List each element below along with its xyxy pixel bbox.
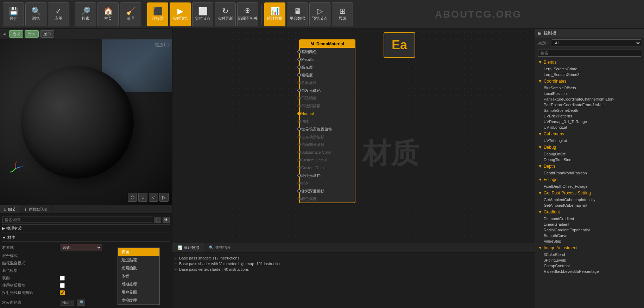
cubemaps-header[interactable]: ▼ Cubemaps xyxy=(535,130,644,138)
right-section-coordinates: ▼ Coordinates BlurSampleOffsets LocalPos… xyxy=(535,77,644,130)
toolbar-realtime-update-label: 实时更新 xyxy=(217,16,233,21)
toolbar-realtime-preview[interactable]: ▶ 实时预览 xyxy=(170,2,191,26)
domain-select-wrapper: 表面 延迟贴花 光照函数 体积 后期处理 用户界面 虚拟纹理 表面 延迟贴花 xyxy=(60,244,102,251)
pin-world-disp-dot xyxy=(297,135,301,139)
right-item-debug-1[interactable]: DebugTimeSine xyxy=(535,157,644,162)
category-select[interactable]: All xyxy=(552,39,641,46)
postprocess-header[interactable]: ▼ Get Post Process Setting xyxy=(535,189,644,197)
ea-node[interactable]: Ea xyxy=(384,32,415,58)
section-physical-material[interactable]: ▶ 物理材质 xyxy=(2,225,170,232)
dropdown-item-surface[interactable]: 表面 xyxy=(118,248,159,256)
subsurface-search-btn[interactable]: 🔎 xyxy=(77,300,85,306)
foliage-header[interactable]: ▼ Foliage xyxy=(535,176,644,184)
right-item-coord-5[interactable]: UVBrickPatterns xyxy=(535,113,644,119)
dropdown-item-postprocess[interactable]: 后期处理 xyxy=(118,280,159,288)
right-item-ia-2[interactable]: CheapContrast xyxy=(535,263,644,269)
node-editor[interactable]: 材质 Ea M_DemoMaterial 基础颜色 Metallic xyxy=(172,29,535,243)
props-search-input[interactable] xyxy=(2,217,153,223)
props-grid-btn[interactable]: ⊞ xyxy=(154,217,161,223)
toolbar-separator-1 xyxy=(72,4,72,25)
toolbar-clean[interactable]: 🧹 清理 xyxy=(120,2,141,26)
dropdown-overlay: 表面 延迟贴花 光照函数 体积 后期处理 用户界面 虚拟纹理 xyxy=(118,248,160,305)
viewport-ctrl-4[interactable]: ▷ xyxy=(159,193,169,202)
right-item-coord-4[interactable]: SampleSceneDepth xyxy=(535,108,644,113)
dropdown-item-lightfunc[interactable]: 光照函数 xyxy=(118,264,159,272)
right-item-coord-6[interactable]: UVRemap_0-1_ToRange xyxy=(535,119,644,124)
subsurface-value: None xyxy=(60,300,74,306)
debug-header[interactable]: ▼ Debug xyxy=(535,143,644,151)
viewport-lighting-btn[interactable]: 光照 xyxy=(25,30,39,38)
material-node[interactable]: M_DemoMaterial 基础颜色 Metallic 高光度 粗糙度 xyxy=(299,39,355,203)
right-item-ia-3[interactable]: RaiseBlackLevelsBuPercentage xyxy=(535,269,644,274)
toolbar-platform[interactable]: 🖥 平台数据 xyxy=(287,2,308,26)
dropdown-item-decal[interactable]: 延迟贴花 xyxy=(118,256,159,264)
right-item-depth-0[interactable]: DepthFromWorldPosition xyxy=(535,170,644,176)
toolbar-preview-node[interactable]: ▷ 预览节点 xyxy=(309,2,330,26)
cast-raytracing-checkbox[interactable] xyxy=(60,290,65,295)
right-item-lerp2[interactable]: Lerp_ScratchGrime2 xyxy=(535,72,644,77)
toolbar-hide-unrelated[interactable]: 👁 隐藏不相关 xyxy=(237,2,258,26)
pin-roughness: 粗糙度 xyxy=(300,71,355,79)
right-item-grad-0[interactable]: DiamondGradient xyxy=(535,216,644,222)
toolbar-save[interactable]: 💾 保存 xyxy=(3,2,24,26)
right-item-pp-0[interactable]: GetAmbientCubemapIntensity xyxy=(535,197,644,203)
tab-detail[interactable]: ℹ 细节 xyxy=(0,205,20,213)
toolbar-hierarchy[interactable]: ⊞ 层级 xyxy=(332,2,353,26)
gradient-header[interactable]: ▼ Gradient xyxy=(535,208,644,216)
toolbar-browse[interactable]: 🔍 浏览 xyxy=(25,2,46,26)
right-item-grad-1[interactable]: LinearGradient xyxy=(535,222,644,227)
dropdown-item-ui[interactable]: 用户界面 xyxy=(118,288,159,296)
right-item-grad-4[interactable]: ValueStep xyxy=(535,238,644,244)
right-item-coord-7[interactable]: UVToLongLat xyxy=(535,124,644,130)
viewport-ctrl-2[interactable]: ○ xyxy=(138,193,147,202)
toolbar-stats[interactable]: 📊 统计数据 xyxy=(264,2,285,26)
right-item-grad-2[interactable]: RadialGradientExponential xyxy=(535,227,644,233)
viewport-ctrl-1[interactable]: ⬡ xyxy=(128,193,137,202)
right-item-debug-0[interactable]: DebugOnOff xyxy=(535,151,644,157)
stats-tab-findresults[interactable]: 🔍 查找结果 xyxy=(204,243,236,252)
viewport-display-btn[interactable]: 显示 xyxy=(40,30,54,38)
pin-normal-dot xyxy=(297,112,301,115)
toolbar-connect[interactable]: ⬛ 连接器 xyxy=(147,2,168,26)
tab-params[interactable]: ℹ 参数默认值 xyxy=(20,205,52,213)
toolbar-apply[interactable]: ✓ 应用 xyxy=(48,2,69,26)
right-item-ia-0[interactable]: 3ColorBlend xyxy=(535,252,644,257)
main-toolbar: 💾 保存 🔍 浏览 ✓ 应用 🔎 搜索 🏠 主页 🧹 清理 ⬛ 连接器 ▶ 实时… xyxy=(0,0,644,29)
domain-select[interactable]: 表面 延迟贴花 光照函数 体积 后期处理 用户界面 虚拟纹理 xyxy=(60,244,102,251)
imageadj-header[interactable]: ▼ Image Adjustment xyxy=(535,244,644,252)
toolbar-hierarchy-label: 层级 xyxy=(339,16,346,21)
dropdown-item-volume[interactable]: 体积 xyxy=(118,272,159,280)
stats-content: • Base pass shader: 117 instructions • B… xyxy=(172,252,535,308)
section-material[interactable]: ▼ 材质 xyxy=(2,234,170,242)
props-eye-btn[interactable]: 👁 xyxy=(163,217,170,223)
depth-header[interactable]: ▼ Depth xyxy=(535,162,644,170)
dropdown-item-virtual[interactable]: 虚拟纹理 xyxy=(118,296,159,304)
viewport-perspective-btn[interactable]: 透视 xyxy=(9,30,23,38)
stats-tab-statistics[interactable]: 📊 统计数据 xyxy=(172,243,204,252)
right-item-ia-1[interactable]: 3PointLevels xyxy=(535,257,644,263)
right-item-grad-3[interactable]: SmoothCurve xyxy=(535,233,644,238)
toolbar-home[interactable]: 🏠 主页 xyxy=(97,2,119,26)
toolbar-realtime-update[interactable]: ↻ 实时更新 xyxy=(215,2,236,26)
right-search-input[interactable] xyxy=(538,50,641,57)
right-item-pp-1[interactable]: GetAmbientCubemapTint xyxy=(535,203,644,208)
right-item-coord-2[interactable]: PanTextureCoordinateChannelfrom-1ton- xyxy=(535,96,644,102)
right-section-blends: ▼ Blends Lerp_ScratchGrime Lerp_ScratchG… xyxy=(535,58,644,77)
blends-header[interactable]: ▼ Blends xyxy=(535,58,644,66)
double-sided-checkbox[interactable] xyxy=(60,276,65,281)
stats-icon-main: 📊 xyxy=(177,245,182,250)
coordinates-header[interactable]: ▼ Coordinates xyxy=(535,77,644,85)
right-item-lerp1[interactable]: Lerp_ScratchGrime xyxy=(535,66,644,72)
section-material-arrow-icon: ▼ xyxy=(2,236,6,240)
toolbar-search[interactable]: 🔎 搜索 xyxy=(75,2,96,26)
right-item-coord-1[interactable]: LocalPosition xyxy=(535,91,644,96)
right-item-foliage-0[interactable]: PixelDepthOffset_Foliage xyxy=(535,184,644,189)
stats-icon: 📊 xyxy=(270,7,280,15)
right-item-coord-3[interactable]: PanTextureCoordinateFrom-1toN+1 xyxy=(535,102,644,108)
viewport-ctrl-3[interactable]: ◁ xyxy=(149,193,158,202)
home-icon: 🏠 xyxy=(103,7,113,15)
use-material-attrs-checkbox[interactable] xyxy=(60,283,65,288)
right-item-coord-0[interactable]: BlurSampleOffsets xyxy=(535,85,644,91)
right-item-cubemap-0[interactable]: UVToLongLat xyxy=(535,138,644,143)
toolbar-realtime-nodes[interactable]: ⬜ 实时节点 xyxy=(192,2,213,26)
